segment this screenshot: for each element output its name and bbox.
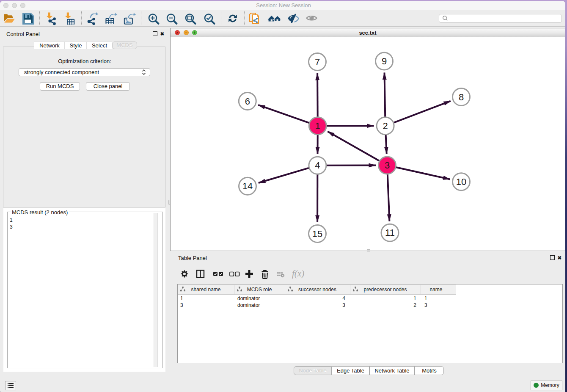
svg-text:2: 2 [383,121,388,131]
svg-text:1: 1 [315,121,320,131]
svg-text:11: 11 [385,227,395,238]
svg-text:15: 15 [312,229,322,239]
svg-text:4: 4 [315,160,320,171]
svg-text:9: 9 [382,56,387,66]
svg-text:10: 10 [456,177,466,187]
svg-text:14: 14 [242,181,253,191]
svg-text:8: 8 [459,92,464,102]
svg-text:7: 7 [315,57,320,67]
svg-text:f(x): f(x) [292,268,304,279]
svg-text:6: 6 [245,96,250,107]
svg-text:3: 3 [385,160,390,171]
